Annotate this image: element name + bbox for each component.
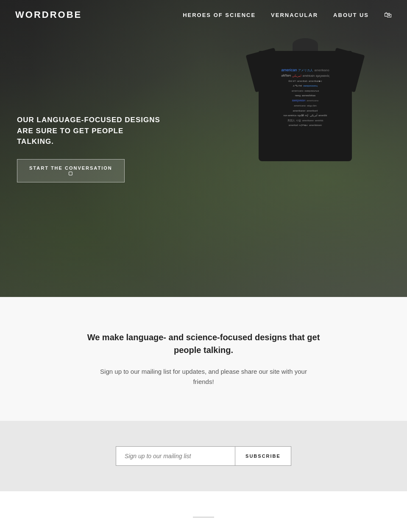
tshirt-mockup: american アメリカ人 amerikano अमेरिकन امريكي … [237,25,373,195]
middle-section: We make language- and science-focused de… [0,297,407,421]
multilang-text: american アメリカ人 amerikano अमेरिकन امريكي … [271,67,339,128]
email-input[interactable] [116,447,235,465]
middle-heading: We make language- and science-focused de… [85,331,322,356]
hero-cta-label: START THE CONVERSATION [29,165,112,171]
email-form: SUBSCRIBE [116,446,291,466]
nav-link-heroes[interactable]: HEROES OF SCIENCE [183,12,256,18]
nav-link-about[interactable]: ABOUT US [333,12,369,18]
nav-link-vernacular[interactable]: VERNACULAR [271,12,318,18]
footer-divider [193,517,214,518]
cart-icon[interactable]: 🛍 [384,11,392,20]
tshirt-shape: american アメリカ人 amerikano अमेरिकन امريكي … [246,25,365,161]
email-section: SUBSCRIBE [0,421,407,491]
hero-cta-icon: ▢ [68,171,73,176]
hero-content: OUR LANGUAGE-FOCUSED DESIGNS ARE SURE TO… [0,115,161,182]
hero-cta-button[interactable]: START THE CONVERSATION ▢ [17,159,125,182]
footer: © 2023, Wordrobe [0,491,407,532]
middle-subtext: Sign up to our mailing list for updates,… [93,367,314,387]
tshirt-body: american アメリカ人 amerikano अमेरिकन امريكي … [259,51,352,161]
tshirt-collar [293,38,318,51]
hero-tagline: OUR LANGUAGE-FOCUSED DESIGNS ARE SURE TO… [17,115,161,147]
nav-logo[interactable]: WORDROBE [15,9,82,20]
hero-section: OUR LANGUAGE-FOCUSED DESIGNS ARE SURE TO… [0,0,407,297]
tshirt-text-overlay: american アメリカ人 amerikano अमेरिकन امريكي … [267,59,343,136]
subscribe-button[interactable]: SUBSCRIBE [235,447,291,465]
navigation: WORDROBE HEROES OF SCIENCE VERNACULAR AB… [0,0,407,30]
nav-links: HEROES OF SCIENCE VERNACULAR ABOUT US 🛍 [183,11,392,20]
